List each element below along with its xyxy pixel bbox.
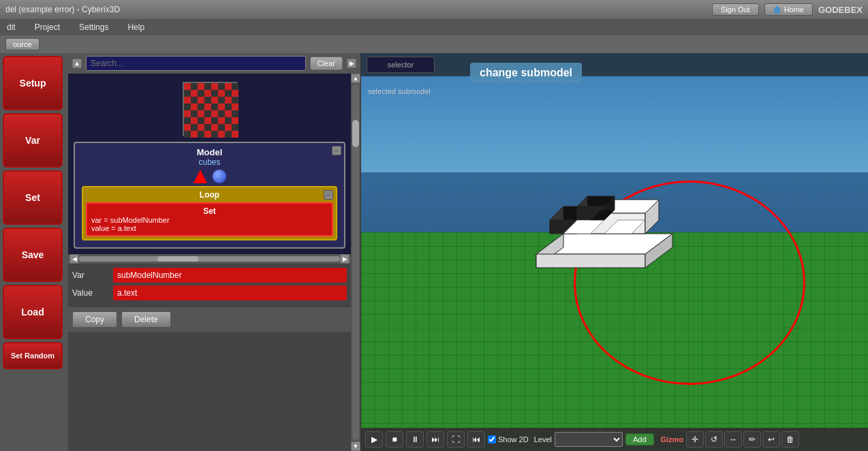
- fullscreen-button[interactable]: ⛶: [447, 431, 465, 448]
- svg-marker-7: [536, 254, 645, 268]
- title-buttons: Sign Out Home GODEBEX: [712, 3, 863, 16]
- gizmo-label: Gizmo: [661, 435, 684, 444]
- rewind-button[interactable]: ⏮: [467, 431, 485, 448]
- clear-button[interactable]: Clear: [310, 57, 343, 70]
- script-content: − Model cubes − Loop: [68, 74, 351, 451]
- main-layout: Setup Var Set Save Load Set Random ▲ Cle…: [0, 53, 868, 451]
- gizmo-icons: ✛ ↺ ↔ ✏ ↩ 🗑: [686, 431, 799, 448]
- svg-rect-4: [184, 83, 238, 138]
- setup-button[interactable]: Setup: [3, 56, 63, 110]
- save-button[interactable]: Save: [3, 228, 63, 282]
- set-random-button[interactable]: Set Random: [3, 342, 63, 369]
- checkerboard-preview: [183, 82, 237, 136]
- search-bar: ▲ Clear ▶: [68, 53, 360, 74]
- var-input[interactable]: [113, 268, 347, 283]
- set-line2: value = a.text: [91, 224, 328, 232]
- cone-icon: [193, 170, 207, 183]
- menu-item-dit[interactable]: dit: [3, 21, 20, 33]
- source-bar: ource: [0, 35, 868, 53]
- var-button[interactable]: Var: [3, 113, 63, 168]
- loop-block: − Loop Set var = subModelNumber value = …: [82, 186, 337, 240]
- bottom-buttons: Copy Delete: [68, 307, 351, 332]
- left-sidebar: Setup Var Set Save Load Set Random: [0, 53, 68, 451]
- show-2d-label[interactable]: Show 2D: [488, 435, 529, 444]
- value-input[interactable]: [113, 285, 347, 300]
- v-scroll-area: ▲ ▼: [351, 74, 360, 451]
- gizmo-pencil-button[interactable]: ✏: [743, 431, 761, 448]
- set-block: Set var = subModelNumber value = a.text: [86, 202, 333, 236]
- gizmo-move-button[interactable]: ✛: [686, 431, 704, 448]
- set-line1: var = subModelNumber: [91, 216, 328, 224]
- gizmo-delete-button[interactable]: 🗑: [781, 431, 799, 448]
- step-button[interactable]: ⏭: [427, 431, 444, 448]
- menu-item-help[interactable]: Help: [123, 21, 149, 33]
- var-row: Var: [72, 268, 347, 283]
- sphere-icon: [213, 170, 226, 183]
- viewport-top-bar: selector: [361, 53, 868, 76]
- var-value-area: Var Value: [68, 264, 351, 307]
- middle-content: − Model cubes − Loop: [68, 74, 360, 451]
- h-scroll: ◀ ▶: [68, 254, 351, 264]
- model-name: cubes: [79, 157, 340, 167]
- h-scroll-thumb: [157, 256, 198, 262]
- v-scroll-down-button[interactable]: ▼: [351, 441, 360, 451]
- search-input[interactable]: [86, 56, 306, 71]
- chess-model: [495, 145, 713, 295]
- source-button[interactable]: ource: [5, 38, 40, 50]
- menu-item-settings[interactable]: Settings: [75, 21, 112, 33]
- script-area: − Model cubes − Loop: [68, 74, 351, 254]
- gizmo-rotate-button[interactable]: ↺: [705, 431, 723, 448]
- home-icon: [773, 5, 781, 14]
- loop-minimize-button[interactable]: −: [324, 190, 333, 200]
- value-row: Value: [72, 285, 347, 300]
- vp-btn-1[interactable]: selector: [367, 57, 435, 73]
- middle-panel: ▲ Clear ▶: [68, 53, 361, 451]
- level-select[interactable]: [555, 432, 623, 447]
- h-scroll-right-button[interactable]: ▶: [340, 254, 350, 264]
- h-scroll-track[interactable]: [79, 256, 340, 262]
- level-label: Level: [534, 435, 552, 444]
- menu-item-project[interactable]: Project: [31, 21, 64, 33]
- h-scroll-left-button[interactable]: ◀: [69, 254, 79, 264]
- menu-bar: dit Project Settings Help: [0, 19, 868, 35]
- window-title: del (example error) - Cyberix3D: [5, 5, 120, 14]
- scroll-up-button[interactable]: ▲: [72, 59, 82, 68]
- stop-button[interactable]: ■: [386, 431, 403, 448]
- v-scroll-thumb: [352, 120, 359, 147]
- copy-button[interactable]: Copy: [72, 311, 117, 328]
- pause-button[interactable]: ⏸: [406, 431, 424, 448]
- title-bar: del (example error) - Cyberix3D Sign Out…: [0, 0, 868, 19]
- model-title: Model: [79, 147, 340, 157]
- model-icons: [79, 170, 340, 183]
- value-label: Value: [72, 288, 113, 298]
- play-button[interactable]: ▶: [365, 431, 383, 448]
- var-label: Var: [72, 270, 113, 280]
- v-scroll-track[interactable]: [352, 84, 359, 440]
- delete-button[interactable]: Delete: [121, 311, 171, 328]
- checker-svg: [184, 83, 238, 138]
- show-2d-checkbox[interactable]: [488, 435, 496, 444]
- model-tooltip[interactable]: change submodel: [470, 63, 582, 83]
- model-minimize-button[interactable]: −: [332, 146, 341, 155]
- viewport[interactable]: selector change submodel selected submod…: [361, 53, 868, 451]
- scroll-right-button[interactable]: ▶: [347, 59, 356, 68]
- set-button[interactable]: Set: [3, 170, 63, 225]
- v-scroll-up-button[interactable]: ▲: [351, 74, 360, 83]
- home-button[interactable]: Home: [764, 3, 813, 16]
- loop-title: Loop: [86, 190, 333, 200]
- chess-svg: [495, 145, 713, 295]
- set-block-title: Set: [91, 206, 328, 216]
- user-label: GODEBEX: [818, 5, 863, 15]
- add-button[interactable]: Add: [625, 433, 654, 446]
- bottom-toolbar: ▶ ■ ⏸ ⏭ ⛶ ⏮ Show 2D Level Add Gizmo ✛ ↺ …: [361, 428, 868, 451]
- submodel-text: selected submodel: [368, 87, 431, 95]
- gizmo-arrow-button[interactable]: ↩: [762, 431, 780, 448]
- gizmo-scale-button[interactable]: ↔: [724, 431, 742, 448]
- sign-out-button[interactable]: Sign Out: [712, 3, 759, 16]
- model-block: − Model cubes − Loop: [74, 142, 345, 249]
- load-button[interactable]: Load: [3, 285, 63, 339]
